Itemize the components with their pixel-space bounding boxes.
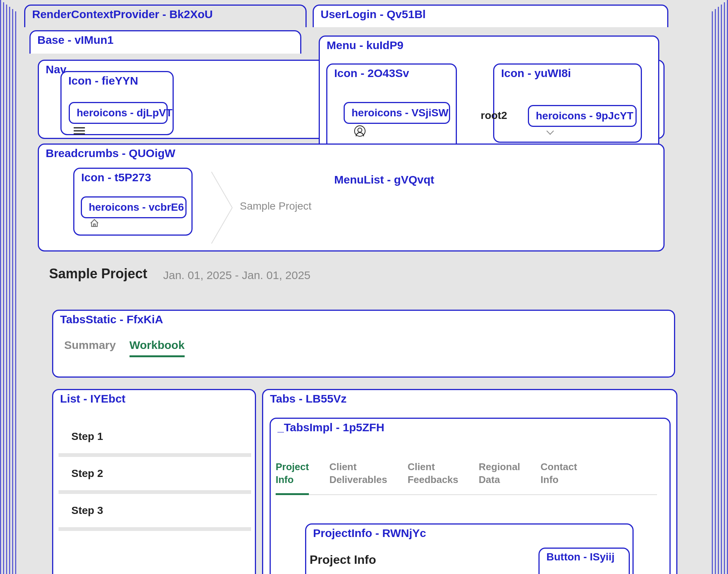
hamburger-menu-icon[interactable]: [74, 125, 85, 134]
overlay-heroicons-home: heroicons - vcbrE6: [81, 196, 187, 218]
overlay-label: List - IYEbct: [60, 392, 125, 405]
tabs-static: Summary Workbook: [64, 339, 185, 357]
overlay-heroicons-user: heroicons - VSjiSW: [344, 102, 450, 124]
overlay-label: Icon - 2O43Sv: [334, 67, 409, 80]
overlay-label: MenuList - gVQvqt: [334, 173, 434, 186]
overlay-icon-chevron: Icon - yuWI8i: [493, 63, 642, 143]
list-item[interactable]: Step 2: [59, 457, 251, 494]
overlay-base: Base - vIMun1: [29, 30, 301, 54]
overlay-user-login: UserLogin - Qv51Bl: [313, 5, 668, 27]
overlay-heroicons-chevron: heroicons - 9pJcYT: [528, 105, 637, 127]
tab-contact-info[interactable]: Contact Info: [541, 461, 577, 494]
chevron-down-icon[interactable]: [547, 130, 554, 134]
overlay-label: _TabsImpl - 1p5ZFH: [278, 421, 384, 434]
page-title: Sample Project: [49, 266, 147, 282]
overlay-label: TabsStatic - FfxKiA: [60, 313, 163, 326]
tab-project-info[interactable]: Project Info: [276, 461, 309, 495]
tab-regional-data[interactable]: Regional Data: [479, 461, 520, 494]
user-avatar-icon[interactable]: [354, 125, 366, 137]
page-date-range: Jan. 01, 2025 - Jan. 01, 2025: [163, 269, 310, 282]
overlay-label: Icon - yuWI8i: [501, 67, 571, 80]
overlay-label: UserLogin - Qv51Bl: [321, 8, 426, 21]
tabs-impl: Project Info Client Deliverables Client …: [276, 461, 657, 495]
overlay-label: Base - vIMun1: [37, 34, 114, 46]
overlay-button[interactable]: Button - ISyiij: [538, 548, 630, 574]
overlay-render-context: RenderContextProvider - Bk2XoU: [24, 5, 307, 27]
overlay-label: Tabs - LB55Vz: [270, 392, 347, 405]
breadcrumb-item[interactable]: Sample Project: [240, 200, 312, 212]
tab-workbook[interactable]: Workbook: [130, 339, 185, 357]
overlay-label: ProjectInfo - RWNjYc: [313, 527, 426, 540]
tab-summary[interactable]: Summary: [64, 339, 116, 357]
username-label: root2: [481, 110, 507, 122]
tab-client-deliverables[interactable]: Client Deliverables: [329, 461, 387, 494]
overlay-label: RenderContextProvider - Bk2XoU: [32, 8, 213, 21]
tab-client-feedbacks[interactable]: Client Feedbacks: [407, 461, 458, 494]
overlay-label: Icon - t5P273: [81, 171, 151, 184]
step-list: Step 1 Step 2 Step 3: [59, 420, 251, 531]
overlay-heroicons-hamburger: heroicons - djLpVT: [69, 102, 168, 124]
overlay-label: Breadcrumbs - QUOigW: [46, 147, 175, 160]
list-item[interactable]: Step 1: [59, 420, 251, 457]
home-icon[interactable]: [89, 218, 100, 228]
list-item[interactable]: Step 3: [59, 494, 251, 531]
project-info-heading: Project Info: [310, 553, 376, 567]
overlay-label: Menu - kuIdP9: [327, 39, 403, 52]
overlay-label: Button - ISyiij: [546, 551, 614, 563]
overlay-label: Icon - fieYYN: [68, 74, 138, 87]
overlay-nav-label: Nav: [46, 63, 66, 76]
